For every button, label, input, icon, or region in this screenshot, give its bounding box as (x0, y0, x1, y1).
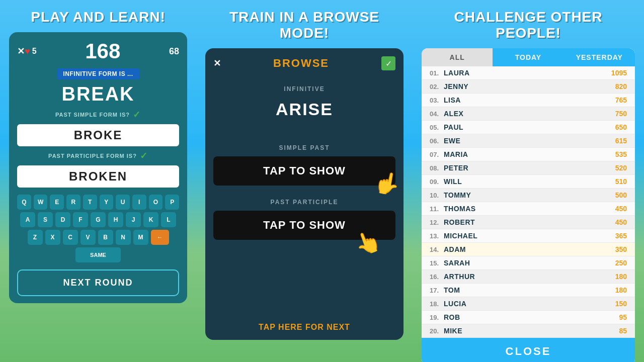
table-row: 19. ROB 95 (422, 311, 635, 324)
player-name: ARTHUR (444, 273, 615, 281)
key-t[interactable]: T (83, 195, 97, 210)
next-round-button[interactable]: NEXT ROUND (17, 269, 179, 296)
player-score: 520 (615, 164, 627, 172)
player-score: 1095 (611, 69, 627, 77)
player-name: WILL (444, 177, 615, 186)
table-row: 15. SARAH 250 (422, 256, 635, 270)
key-d[interactable]: D (55, 212, 70, 227)
player-score: 85 (619, 327, 627, 335)
simple-past-section-label: SIMPLE PAST (279, 144, 330, 151)
player-score: 180 (615, 273, 627, 281)
hand-cursor-1: 👆 (372, 169, 403, 198)
lives-display: ♥ 5 (25, 46, 37, 57)
past-participle-section-label: PAST PARTICIPLE (271, 199, 339, 206)
key-u[interactable]: U (116, 195, 130, 210)
backspace-key[interactable]: ← (151, 230, 169, 245)
key-k[interactable]: K (143, 212, 158, 227)
table-row: 13. MICHAEL 365 (422, 229, 635, 243)
key-o[interactable]: O (149, 195, 163, 210)
player-name: LAURA (444, 69, 611, 77)
key-j[interactable]: J (126, 212, 141, 227)
score-display: 168 (37, 39, 169, 63)
key-m[interactable]: M (133, 230, 148, 245)
leaderboard-rows: 01. LAURA 1095 02. JENNY 820 03. LISA 76… (422, 66, 635, 338)
player-name: ALEX (444, 110, 615, 118)
same-key[interactable]: SAME (75, 247, 121, 262)
key-g[interactable]: G (91, 212, 106, 227)
key-p[interactable]: P (165, 195, 179, 210)
key-q[interactable]: Q (17, 195, 31, 210)
player-score: 450 (615, 218, 627, 226)
past-participle-label: PAST PARTICIPLE FORM IS? ✓ (48, 150, 148, 161)
rank-number: 19. (430, 314, 444, 321)
rank-number: 17. (430, 287, 444, 294)
player-name: MIKE (444, 327, 619, 335)
rank-number: 11. (430, 205, 444, 213)
key-h[interactable]: H (108, 212, 123, 227)
rank-number: 15. (430, 259, 444, 267)
table-row: 20. MIKE 85 (422, 324, 635, 338)
table-row: 05. PAUL 650 (422, 121, 635, 134)
browse-check-icon[interactable]: ✓ (381, 56, 395, 70)
rank-number: 14. (430, 246, 444, 253)
past-simple-label: PAST SIMPLE FORM IS? ✓ (55, 109, 141, 120)
key-l[interactable]: L (161, 212, 176, 227)
tab-today[interactable]: TODAY (493, 48, 564, 66)
key-c[interactable]: C (63, 230, 78, 245)
player-score: 250 (615, 259, 627, 267)
rank-number: 08. (430, 164, 444, 172)
table-row: 16. ARTHUR 180 (422, 270, 635, 284)
game-header: ✕ ♥ 5 168 68 (17, 39, 179, 63)
player-name: EWE (444, 137, 615, 145)
rank-number: 13. (430, 232, 444, 240)
close-button[interactable]: CLOSE (422, 338, 635, 362)
key-n[interactable]: N (116, 230, 131, 245)
rank-number: 10. (430, 192, 444, 199)
tab-yesterday[interactable]: YESTERDAY (564, 48, 635, 66)
browse-card: ✕ BROWSE ✓ INFINITIVE ARISE SIMPLE PAST … (205, 48, 404, 340)
key-z[interactable]: Z (28, 230, 43, 245)
past-simple-check: ✓ (133, 109, 141, 120)
key-b[interactable]: B (98, 230, 113, 245)
rank-number: 03. (430, 97, 444, 104)
tab-all[interactable]: ALL (422, 48, 493, 66)
right-panel: CHALLENGE OTHER PEOPLE! ALL TODAY YESTER… (413, 0, 644, 362)
tap-show-1-area: TAP TO SHOW 👆 (213, 156, 395, 186)
player-name: SARAH (444, 259, 615, 267)
kb-row-4: SAME (17, 247, 179, 262)
tap-next-button[interactable]: TAP HERE FOR NEXT (259, 313, 350, 332)
key-x[interactable]: X (45, 230, 60, 245)
key-f[interactable]: F (73, 212, 88, 227)
kb-row-3: Z X C V B N M ← (17, 230, 179, 245)
browse-close-icon[interactable]: ✕ (213, 58, 221, 69)
player-score: 820 (615, 82, 627, 90)
table-row: 18. LUCIA 150 (422, 297, 635, 311)
key-e[interactable]: E (50, 195, 64, 210)
leaderboard-tabs: ALL TODAY YESTERDAY (422, 48, 635, 66)
tap-show-1-button[interactable]: TAP TO SHOW (213, 156, 395, 186)
player-score: 350 (615, 245, 627, 253)
player-name: TOMMY (444, 191, 615, 199)
heart-icon: ♥ (25, 46, 30, 57)
key-y[interactable]: Y (100, 195, 114, 210)
key-v[interactable]: V (80, 230, 96, 245)
key-i[interactable]: I (132, 195, 146, 210)
player-score: 180 (615, 286, 627, 294)
player-score: 450 (615, 205, 627, 213)
key-r[interactable]: R (66, 195, 80, 210)
player-score: 750 (615, 110, 627, 118)
player-score: 765 (615, 96, 627, 104)
table-row: 14. ADAM 350 (422, 243, 635, 256)
player-name: ROB (444, 313, 619, 321)
key-w[interactable]: W (34, 195, 48, 210)
player-name: ADAM (444, 245, 615, 253)
left-title: PLAY AND LEARN! (31, 9, 166, 25)
table-row: 08. PETER 520 (422, 161, 635, 175)
key-s[interactable]: S (38, 212, 53, 227)
close-x-icon[interactable]: ✕ (17, 46, 25, 57)
tap-show-2-area: TAP TO SHOW 👆 (213, 211, 395, 240)
player-name: PETER (444, 164, 615, 172)
rank-number: 07. (430, 151, 444, 158)
key-a[interactable]: A (20, 212, 35, 227)
player-name: MICHAEL (444, 232, 615, 240)
